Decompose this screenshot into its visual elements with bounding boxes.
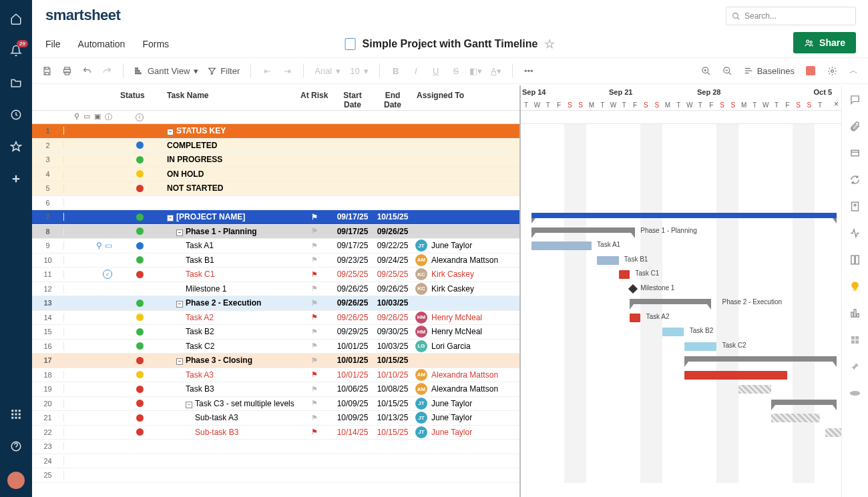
grid-row[interactable]: 11✓Task C1⚑09/25/2509/25/25KCKirk Caskey xyxy=(32,268,519,282)
print-icon[interactable] xyxy=(61,65,72,76)
gantt-settings-icon[interactable] xyxy=(827,65,837,76)
grid-row[interactable]: 18Task A3⚑10/01/2510/10/25AMAlexandra Ma… xyxy=(32,368,519,383)
undo-icon[interactable] xyxy=(81,65,92,76)
menu-file[interactable]: File xyxy=(45,39,61,49)
favorites-icon[interactable] xyxy=(9,140,23,153)
folder-icon[interactable] xyxy=(9,76,23,89)
gantt-summary-bar[interactable] xyxy=(531,213,836,218)
gantt-bar[interactable] xyxy=(825,428,841,437)
grid-row[interactable]: 24 xyxy=(32,454,519,469)
update-requests-icon[interactable] xyxy=(849,173,861,185)
italic-icon[interactable]: I xyxy=(411,65,421,76)
collapse-icon[interactable]: − xyxy=(167,129,174,135)
gantt-summary-bar[interactable] xyxy=(531,227,635,233)
zoom-in-icon[interactable] xyxy=(701,65,712,76)
gantt-milestone[interactable] xyxy=(628,284,638,293)
tips-icon[interactable] xyxy=(849,280,861,292)
help-icon[interactable] xyxy=(9,440,23,453)
grid-row[interactable]: 9⚲▭Task A1⚑09/17/2509/22/25JTJune Taylor xyxy=(32,239,519,254)
bold-icon[interactable]: B xyxy=(391,65,401,76)
grid-row[interactable]: 19Task B3⚑10/06/2510/08/25AMAlexandra Ma… xyxy=(32,382,519,397)
baselines-button[interactable]: Baselines xyxy=(744,66,795,76)
gantt-bar[interactable] xyxy=(684,342,717,351)
search-input[interactable]: Search... xyxy=(726,7,856,25)
redo-icon[interactable] xyxy=(101,65,112,76)
work-insights-icon[interactable] xyxy=(849,254,861,266)
fill-color-icon[interactable]: ◧▾ xyxy=(471,65,481,76)
collapse-icon[interactable]: − xyxy=(176,229,183,236)
grid-row[interactable]: 7−[PROJECT NAME]⚑09/17/2510/15/25 xyxy=(32,210,519,225)
collapse-panel-icon[interactable]: ︿ xyxy=(848,65,859,76)
share-button[interactable]: Share xyxy=(793,32,856,53)
indent-icon[interactable]: ⇥ xyxy=(282,65,292,76)
home-icon[interactable] xyxy=(9,12,23,25)
menu-automation[interactable]: Automation xyxy=(78,39,126,49)
grid-rows[interactable]: 1−STATUS KEY2COMPLETED3IN PROGRESS4ON HO… xyxy=(32,124,519,497)
conversations-icon[interactable] xyxy=(849,93,861,105)
grid-row[interactable]: 8−Phase 1 - Planning⚑09/17/2509/26/25 xyxy=(32,225,519,239)
notifications-icon[interactable]: 29 xyxy=(9,44,23,57)
grid-row[interactable]: 4ON HOLD xyxy=(32,167,519,182)
grid-row[interactable]: 23 xyxy=(32,440,519,454)
text-color-icon[interactable]: A▾ xyxy=(491,65,501,76)
gantt-bar[interactable] xyxy=(771,414,820,422)
grid-row[interactable]: 12Milestone 1⚑09/26/2509/26/25KCKirk Cas… xyxy=(32,282,519,297)
add-icon[interactable] xyxy=(9,172,23,185)
menu-forms[interactable]: Forms xyxy=(142,39,169,49)
grid-row[interactable]: 6 xyxy=(32,196,519,211)
pin-icon[interactable] xyxy=(849,360,861,372)
gantt-bar[interactable] xyxy=(619,270,630,279)
brandfolder-icon[interactable] xyxy=(849,387,861,399)
col-end[interactable]: End Date xyxy=(373,91,413,109)
grid-row[interactable]: 3IN PROGRESS xyxy=(32,153,519,167)
row-comment-icon[interactable]: ▭ xyxy=(105,241,112,250)
gantt-bar[interactable] xyxy=(531,241,592,250)
grid-row[interactable]: 16Task C2⚑10/01/2510/03/25LGLori Garcia xyxy=(32,340,519,354)
gantt-bar[interactable] xyxy=(630,314,640,322)
strike-icon[interactable]: S xyxy=(451,65,461,76)
zoom-out-icon[interactable] xyxy=(722,65,733,76)
filter-button[interactable]: Filter xyxy=(208,66,240,76)
recents-icon[interactable] xyxy=(9,108,23,121)
gantt-chart[interactable]: Sep 14 Sep 21 Sep 28 Oct 5 TWTFSSMTWTFSS… xyxy=(521,85,841,497)
grid-row[interactable]: 2COMPLETED xyxy=(32,139,519,153)
view-switcher[interactable]: Gantt View ▾ xyxy=(134,66,198,76)
grid-row[interactable]: 21Sub-task A3⚑10/09/2510/13/25JTJune Tay… xyxy=(32,411,519,426)
gantt-close-icon[interactable]: × xyxy=(834,99,839,109)
gantt-summary-bar[interactable] xyxy=(684,356,837,362)
activity-log-icon[interactable] xyxy=(849,227,861,239)
connections-icon[interactable] xyxy=(849,334,861,346)
collapse-icon[interactable]: − xyxy=(186,402,192,408)
grid-row[interactable]: 14Task A2⚑09/26/2509/26/25HMHenry McNeal xyxy=(32,311,519,326)
gantt-bar[interactable] xyxy=(738,385,771,394)
summary-icon[interactable] xyxy=(849,307,861,319)
grid-row[interactable]: 17−Phase 3 - Closing⚑10/01/2510/15/25 xyxy=(32,354,519,368)
row-proof-icon[interactable]: ✓ xyxy=(103,270,112,279)
grid-row[interactable]: 25 xyxy=(32,468,519,483)
grid-row[interactable]: 15Task B2⚑09/29/2509/30/25HMHenry McNeal xyxy=(32,325,519,340)
attachments-icon[interactable] xyxy=(849,120,861,132)
grid-row[interactable]: 1−STATUS KEY xyxy=(32,124,519,139)
more-icon[interactable]: ••• xyxy=(523,65,534,76)
grid-row[interactable]: 13−Phase 2 - Execution⚑09/26/2510/03/25 xyxy=(32,296,519,311)
gantt-bar[interactable] xyxy=(684,371,788,380)
publish-icon[interactable] xyxy=(849,200,861,212)
col-task[interactable]: Task Name xyxy=(163,91,296,100)
grid-row[interactable]: 5NOT STARTED xyxy=(32,181,519,196)
critical-path-icon[interactable] xyxy=(805,65,816,76)
grid-row[interactable]: 20−Task C3 - set multiple levels⚑10/09/2… xyxy=(32,397,519,412)
info-icon[interactable]: i xyxy=(136,113,144,121)
col-start[interactable]: Start Date xyxy=(333,91,373,109)
collapse-icon[interactable]: − xyxy=(176,358,183,365)
gantt-bar[interactable] xyxy=(597,256,619,265)
collapse-icon[interactable]: − xyxy=(167,215,174,221)
underline-icon[interactable]: U xyxy=(431,65,441,76)
save-icon[interactable] xyxy=(41,65,52,76)
user-avatar[interactable] xyxy=(7,472,25,489)
gantt-summary-bar[interactable] xyxy=(630,299,711,304)
col-risk[interactable]: At Risk xyxy=(296,91,333,100)
gantt-bar[interactable] xyxy=(662,328,684,336)
font-picker[interactable]: Arial ▾ xyxy=(314,66,341,76)
apps-icon[interactable] xyxy=(9,408,23,421)
col-assigned[interactable]: Assigned To xyxy=(413,91,519,100)
